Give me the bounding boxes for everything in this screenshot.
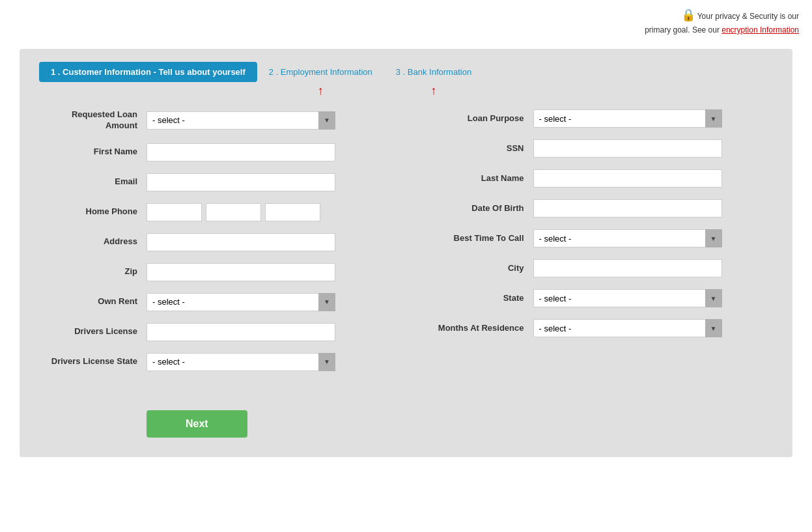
step-3-label[interactable]: 3 . Bank Information bbox=[384, 62, 483, 82]
own-rent-row: Own Rent - select - ▼ bbox=[39, 293, 393, 311]
loan-amount-label: Requested Loan Amount bbox=[39, 109, 147, 132]
dob-label: Date Of Birth bbox=[419, 203, 533, 214]
state-wrapper: - select - ▼ bbox=[533, 289, 722, 307]
address-input[interactable] bbox=[147, 233, 335, 251]
ssn-input[interactable] bbox=[533, 139, 722, 158]
months-residence-select[interactable]: - select - bbox=[533, 319, 722, 337]
security-line2: primary goal. See our bbox=[645, 25, 720, 35]
loan-purpose-label: Loan Purpose bbox=[419, 113, 533, 124]
phone-part2[interactable] bbox=[206, 203, 261, 221]
step-1: 1 . Customer Information - Tell us about… bbox=[39, 62, 257, 82]
dob-input[interactable] bbox=[533, 199, 722, 217]
address-row: Address bbox=[39, 233, 393, 251]
best-time-wrapper: - select - ▼ bbox=[533, 229, 722, 247]
steps-bar: 1 . Customer Information - Tell us about… bbox=[39, 62, 773, 96]
drivers-license-state-row: Drivers License State - select - ▼ bbox=[39, 353, 393, 371]
step-2-wrapper: 2 . Employment Information ↑ bbox=[257, 62, 384, 96]
city-row: City bbox=[419, 259, 774, 277]
drivers-license-input[interactable] bbox=[147, 323, 335, 341]
phone-group bbox=[147, 203, 320, 221]
city-label: City bbox=[419, 263, 533, 274]
zip-label: Zip bbox=[39, 266, 147, 277]
email-input[interactable] bbox=[147, 173, 335, 191]
drivers-license-row: Drivers License bbox=[39, 323, 393, 341]
first-name-row: First Name bbox=[39, 143, 393, 161]
next-button-row: Next bbox=[39, 397, 393, 438]
dob-row: Date Of Birth bbox=[419, 199, 774, 217]
phone-part1[interactable] bbox=[147, 203, 202, 221]
state-label: State bbox=[419, 293, 533, 304]
last-name-label: Last Name bbox=[419, 173, 533, 184]
home-phone-row: Home Phone bbox=[39, 203, 393, 221]
loan-purpose-wrapper: - select - ▼ bbox=[533, 109, 722, 128]
zip-row: Zip bbox=[39, 263, 393, 281]
step-2-label[interactable]: 2 . Employment Information bbox=[257, 62, 384, 82]
lock-icon: 🔒 bbox=[681, 8, 695, 21]
form-area: Requested Loan Amount - select - ▼ First… bbox=[39, 109, 773, 438]
step-3-arrow: ↑ bbox=[430, 85, 436, 96]
drivers-license-state-label: Drivers License State bbox=[39, 356, 147, 367]
first-name-input[interactable] bbox=[147, 143, 335, 161]
email-row: Email bbox=[39, 173, 393, 191]
main-container: 1 . Customer Information - Tell us about… bbox=[20, 49, 792, 457]
months-residence-wrapper: - select - ▼ bbox=[533, 319, 722, 337]
own-rent-label: Own Rent bbox=[39, 296, 147, 307]
drivers-license-state-wrapper: - select - ▼ bbox=[147, 353, 335, 371]
best-time-select[interactable]: - select - bbox=[533, 229, 722, 247]
security-message: 🔒 Your privacy & Security is our primary… bbox=[645, 7, 799, 36]
best-time-label: Best Time To Call bbox=[419, 233, 533, 244]
months-residence-row: Months At Residence - select - ▼ bbox=[419, 319, 774, 337]
loan-amount-select[interactable]: - select - bbox=[147, 111, 335, 130]
best-time-row: Best Time To Call - select - ▼ bbox=[419, 229, 774, 247]
next-button[interactable]: Next bbox=[147, 410, 247, 438]
drivers-license-label: Drivers License bbox=[39, 326, 147, 337]
state-row: State - select - ▼ bbox=[419, 289, 774, 307]
loan-amount-row: Requested Loan Amount - select - ▼ bbox=[39, 109, 393, 132]
loan-purpose-row: Loan Purpose - select - ▼ bbox=[419, 109, 774, 128]
first-name-label: First Name bbox=[39, 147, 147, 158]
encryption-link[interactable]: encryption Information bbox=[721, 25, 799, 35]
own-rent-select[interactable]: - select - bbox=[147, 293, 335, 311]
ssn-label: SSN bbox=[419, 143, 533, 154]
months-residence-label: Months At Residence bbox=[419, 323, 533, 334]
step-2-arrow: ↑ bbox=[318, 85, 324, 96]
last-name-input[interactable] bbox=[533, 169, 722, 188]
email-label: Email bbox=[39, 176, 147, 188]
step-1-label[interactable]: 1 . Customer Information - Tell us about… bbox=[39, 62, 257, 82]
city-input[interactable] bbox=[533, 259, 722, 277]
zip-input[interactable] bbox=[147, 263, 335, 281]
home-phone-label: Home Phone bbox=[39, 206, 147, 217]
security-line1: Your privacy & Security is our bbox=[697, 12, 799, 21]
top-bar: 🔒 Your privacy & Security is our primary… bbox=[0, 0, 812, 42]
last-name-row: Last Name bbox=[419, 169, 774, 188]
loan-purpose-select[interactable]: - select - bbox=[533, 109, 722, 128]
right-column: Loan Purpose - select - ▼ SSN Last Name … bbox=[419, 109, 774, 438]
loan-amount-wrapper: - select - ▼ bbox=[147, 111, 335, 130]
phone-part3[interactable] bbox=[265, 203, 320, 221]
state-select[interactable]: - select - bbox=[533, 289, 722, 307]
ssn-row: SSN bbox=[419, 139, 774, 158]
left-column: Requested Loan Amount - select - ▼ First… bbox=[39, 109, 393, 438]
step-3-wrapper: 3 . Bank Information ↑ bbox=[384, 62, 483, 96]
drivers-license-state-select[interactable]: - select - bbox=[147, 353, 335, 371]
own-rent-wrapper: - select - ▼ bbox=[147, 293, 335, 311]
address-label: Address bbox=[39, 236, 147, 247]
